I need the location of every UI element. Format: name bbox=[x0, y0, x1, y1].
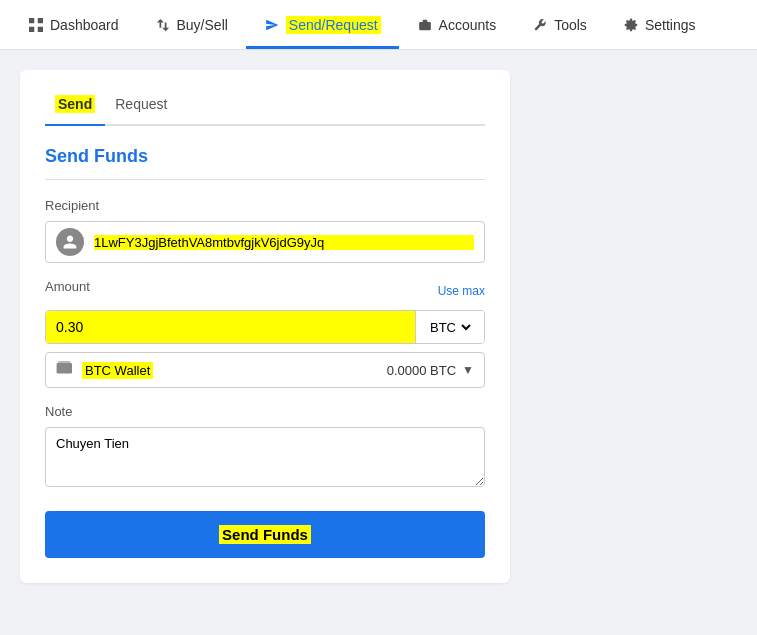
nav-label-settings: Settings bbox=[645, 17, 696, 33]
recipient-avatar-icon bbox=[56, 228, 84, 256]
send-funds-card: Send Request Send Funds Recipient Amount… bbox=[20, 70, 510, 583]
wallet-left: BTC Wallet bbox=[56, 361, 153, 379]
page-title: Send Funds bbox=[45, 146, 485, 180]
currency-select[interactable]: BTC ETH USD bbox=[426, 319, 474, 336]
nav-item-dashboard[interactable]: Dashboard bbox=[10, 0, 137, 49]
grid-icon bbox=[28, 17, 44, 33]
nav-label-dashboard: Dashboard bbox=[50, 17, 119, 33]
send-funds-button[interactable]: Send Funds bbox=[45, 511, 485, 558]
nav-item-sendrequest[interactable]: Send/Request bbox=[246, 0, 399, 49]
tab-send[interactable]: Send bbox=[45, 90, 105, 124]
tab-request[interactable]: Request bbox=[105, 90, 177, 124]
nav-item-tools[interactable]: Tools bbox=[514, 0, 605, 49]
nav-label-tools: Tools bbox=[554, 17, 587, 33]
wallet-row[interactable]: BTC Wallet 0.0000 BTC ▼ bbox=[45, 352, 485, 388]
arrows-icon bbox=[155, 17, 171, 33]
svg-rect-6 bbox=[57, 363, 72, 374]
nav-label-sendrequest: Send/Request bbox=[286, 16, 381, 34]
recipient-input-wrap bbox=[45, 221, 485, 263]
nav-label-accounts: Accounts bbox=[439, 17, 497, 33]
note-textarea[interactable]: Chuyen Tien bbox=[45, 427, 485, 487]
tab-request-label: Request bbox=[115, 96, 167, 112]
svg-rect-0 bbox=[29, 18, 34, 23]
wallet-chevron-icon[interactable]: ▼ bbox=[462, 363, 474, 377]
recipient-label: Recipient bbox=[45, 198, 485, 213]
main-content: Send Request Send Funds Recipient Amount… bbox=[0, 50, 757, 603]
svg-rect-2 bbox=[29, 26, 34, 31]
nav-item-buysell[interactable]: Buy/Sell bbox=[137, 0, 246, 49]
svg-rect-3 bbox=[38, 26, 43, 31]
nav-label-buysell: Buy/Sell bbox=[177, 17, 228, 33]
amount-header: Amount Use max bbox=[45, 279, 485, 302]
gear-icon bbox=[623, 17, 639, 33]
recipient-input[interactable] bbox=[94, 235, 474, 250]
wallet-balance: 0.0000 BTC ▼ bbox=[387, 363, 474, 378]
note-field-group: Note Chuyen Tien bbox=[45, 404, 485, 491]
tab-bar: Send Request bbox=[45, 90, 485, 126]
recipient-field-group: Recipient bbox=[45, 198, 485, 263]
nav-item-settings[interactable]: Settings bbox=[605, 0, 714, 49]
briefcase-icon bbox=[417, 17, 433, 33]
send-funds-label: Send Funds bbox=[219, 525, 311, 544]
wallet-balance-text: 0.0000 BTC bbox=[387, 363, 456, 378]
svg-rect-1 bbox=[38, 18, 43, 23]
amount-field-group: Amount Use max BTC ETH USD bbox=[45, 279, 485, 388]
wallet-icon bbox=[56, 361, 74, 379]
amount-input[interactable] bbox=[46, 311, 415, 343]
svg-rect-4 bbox=[419, 22, 431, 30]
use-max-link[interactable]: Use max bbox=[438, 284, 485, 298]
currency-select-wrap[interactable]: BTC ETH USD bbox=[415, 311, 484, 343]
note-label: Note bbox=[45, 404, 485, 419]
nav-item-accounts[interactable]: Accounts bbox=[399, 0, 515, 49]
amount-label: Amount bbox=[45, 279, 90, 294]
amount-row: BTC ETH USD bbox=[45, 310, 485, 344]
send-icon bbox=[264, 17, 280, 33]
wallet-name: BTC Wallet bbox=[82, 362, 153, 379]
navbar: Dashboard Buy/Sell Send/Request Accounts bbox=[0, 0, 757, 50]
tools-icon bbox=[532, 17, 548, 33]
